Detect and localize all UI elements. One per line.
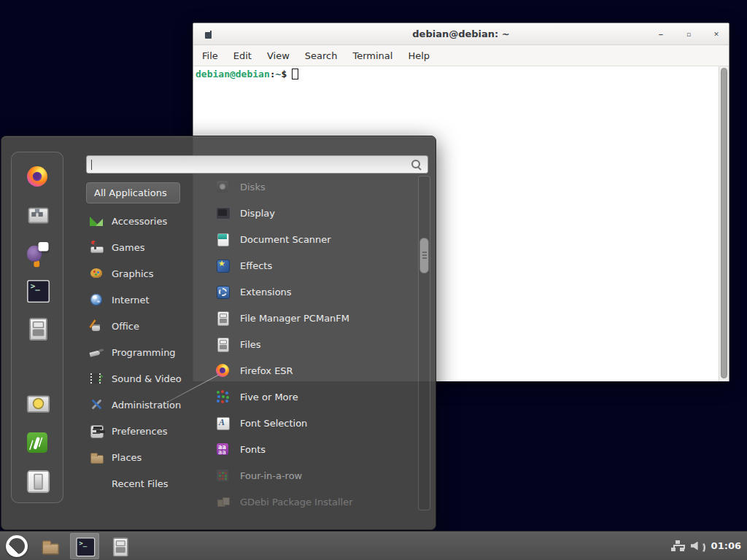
effects-icon (215, 258, 230, 273)
application-list: DisksDisplayDocument ScannerEffectsExten… (207, 170, 416, 511)
terminal-titlebar[interactable]: debian@debian: ~ ‒▫✕ (193, 23, 729, 45)
favorite-firefox[interactable] (21, 164, 53, 188)
favorite-package-manager[interactable] (21, 202, 53, 226)
app-item-files[interactable]: Files (207, 331, 416, 357)
app-item-five-or-more[interactable]: Five or More (207, 384, 416, 410)
category-item-games[interactable]: Games (86, 234, 196, 260)
app-item-effects[interactable]: Effects (207, 252, 416, 279)
taskbar: 01:06 (0, 531, 747, 560)
category-label: Office (112, 321, 139, 332)
clock[interactable]: 01:06 (711, 540, 741, 551)
app-item-gdebi-package-installer[interactable]: GDebi Package Installer (207, 489, 416, 511)
menu-logo-icon (6, 535, 28, 557)
terminal-menu-edit[interactable]: Edit (233, 50, 252, 61)
app-item-fonts[interactable]: Fonts (207, 436, 416, 462)
category-item-programming[interactable]: Programming (86, 339, 196, 365)
file-cabinet-icon (26, 316, 49, 339)
category-item-recent-files[interactable]: Recent Files (86, 470, 196, 497)
gdebi-icon (215, 494, 230, 509)
search-caret (91, 160, 92, 170)
category-list: AccessoriesGamesGraphicsInternetOfficePr… (86, 208, 196, 497)
display-icon (215, 206, 230, 220)
menu-scrollbar[interactable] (418, 176, 430, 510)
category-label: Graphics (112, 268, 153, 279)
preferences-icon (89, 424, 104, 438)
terminal-menu-terminal[interactable]: Terminal (352, 50, 392, 61)
volume-icon[interactable] (689, 539, 704, 553)
places-icon (89, 450, 104, 464)
desktop[interactable]: debian@debian: ~ ‒▫✕ FileEditViewSearchT… (0, 0, 747, 560)
graphics-icon (89, 266, 104, 281)
app-item-document-scanner[interactable]: Document Scanner (207, 226, 416, 252)
app-item-extensions[interactable]: Extensions (207, 279, 416, 305)
network-icon[interactable] (670, 539, 685, 553)
terminal-menu-view[interactable]: View (267, 50, 290, 61)
app-label: Document Scanner (240, 234, 331, 245)
lock-screen-button[interactable] (21, 392, 53, 416)
all-applications-label: All Applications (94, 187, 167, 198)
app-label: Font Selection (240, 418, 307, 429)
extensions-icon (215, 284, 230, 299)
favorite-pidgin[interactable] (21, 240, 53, 264)
taskbar-window-folder[interactable] (35, 533, 64, 559)
category-item-accessories[interactable]: Accessories (86, 208, 196, 234)
terminal-menu-file[interactable]: File (202, 50, 218, 61)
window-list (35, 533, 134, 559)
category-item-internet[interactable]: Internet (86, 287, 196, 313)
category-label: Recent Files (112, 478, 169, 489)
category-label: Games (112, 242, 144, 253)
terminal-menu-help[interactable]: Help (408, 50, 430, 61)
category-item-preferences[interactable]: Preferences (86, 418, 196, 444)
taskbar-window-file-cabinet[interactable] (105, 533, 134, 559)
app-label: Firefox ESR (240, 365, 293, 376)
menu-button[interactable] (0, 532, 34, 560)
category-label: Places (112, 452, 142, 463)
firefox-icon (26, 165, 49, 187)
accessories-icon (89, 214, 104, 228)
document-scanner-icon (215, 232, 230, 246)
favorite-file-cabinet[interactable] (21, 316, 53, 340)
category-label: Administration (112, 400, 181, 411)
none-icon (89, 476, 104, 491)
shutdown-button[interactable] (21, 468, 53, 492)
font-selection-icon (215, 416, 230, 430)
all-applications-button[interactable]: All Applications (86, 182, 180, 203)
app-label: Five or More (240, 392, 298, 402)
package-manager-icon (26, 203, 49, 225)
category-item-sound-video[interactable]: Sound & Video (86, 365, 196, 392)
terminal-menu-search[interactable]: Search (305, 50, 338, 61)
menu-scrollbar-thumb[interactable] (419, 238, 429, 273)
pidgin-icon (26, 241, 49, 263)
app-item-display[interactable]: Display (207, 200, 416, 226)
app-item-file-manager-pcmanfm[interactable]: File Manager PCManFM (207, 305, 416, 331)
taskbar-window-terminal-app[interactable] (70, 533, 99, 559)
file-cabinet-icon (215, 337, 230, 351)
terminal-scrollbar[interactable] (719, 66, 729, 381)
app-label: Fonts (240, 444, 266, 455)
administration-icon (89, 397, 104, 412)
terminal-scrollbar-thumb[interactable] (721, 68, 727, 378)
app-label: Effects (240, 260, 272, 271)
category-item-office[interactable]: Office (86, 313, 196, 339)
terminal-menubar: FileEditViewSearchTerminalHelp (193, 45, 729, 66)
maximize-button[interactable]: ▫ (684, 29, 694, 39)
app-item-firefox-esr[interactable]: Firefox ESR (207, 357, 416, 384)
file-cabinet-icon (215, 311, 230, 325)
category-label: Internet (112, 295, 150, 306)
app-item-four-in-a-row[interactable]: Four-in-a-row (207, 462, 416, 489)
category-label: Sound & Video (112, 373, 182, 384)
favorite-terminal-app[interactable] (21, 278, 53, 302)
close-button[interactable]: ✕ (711, 29, 721, 39)
app-item-disks[interactable]: Disks (207, 174, 416, 200)
category-item-graphics[interactable]: Graphics (86, 260, 196, 287)
terminal-cursor (292, 69, 298, 79)
window-controls: ‒▫✕ (656, 23, 721, 45)
category-label: Programming (112, 347, 176, 358)
minimize-button[interactable]: ‒ (656, 29, 666, 39)
fonts-icon (215, 442, 230, 456)
terminal-app-icon (75, 537, 94, 556)
app-item-font-selection[interactable]: Font Selection (207, 410, 416, 436)
logout-button[interactable] (21, 430, 53, 454)
four-in-a-row-icon (215, 468, 230, 483)
category-item-places[interactable]: Places (86, 444, 196, 470)
